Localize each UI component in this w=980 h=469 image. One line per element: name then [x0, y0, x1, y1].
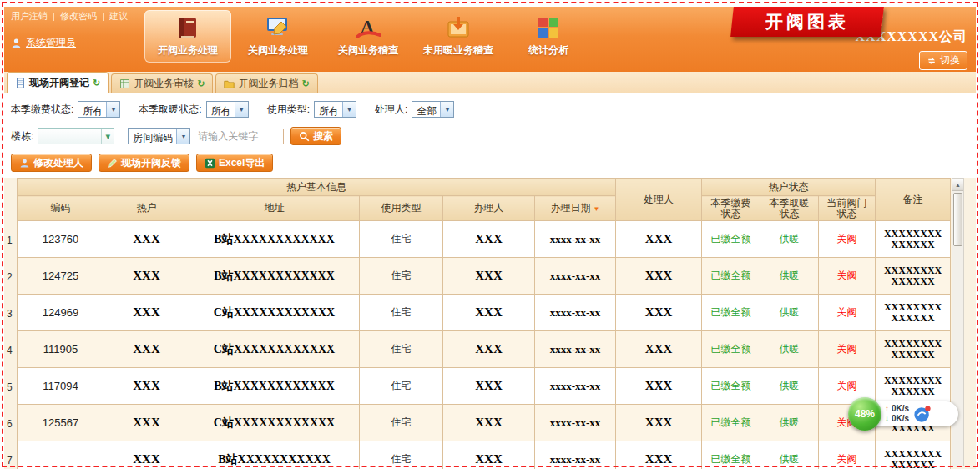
cell-code: [18, 441, 104, 469]
cell-use-type: 住宅: [360, 295, 443, 331]
cell-valve: 关阀: [819, 221, 876, 258]
col-header-handler: 处理人: [616, 179, 702, 221]
cell-heat: 供暖: [760, 295, 819, 331]
scroll-thumb[interactable]: [953, 193, 962, 246]
table-row: 124725XXXB站XXXXXXXXXXXX住宅XXXxxxx-xx-xxXX…: [18, 258, 951, 295]
chevron-down-icon: [235, 102, 248, 117]
chevron-down-icon: [440, 102, 453, 117]
site-feedback-button[interactable]: 现场开阀反馈: [99, 154, 189, 172]
cell-date: xxxx-xx-xx: [535, 368, 616, 405]
excel-export-button[interactable]: Excel导出: [196, 154, 273, 172]
heat-status-select[interactable]: 所有: [206, 101, 249, 118]
folder-icon: [224, 78, 235, 89]
modify-handler-button[interactable]: 修改处理人: [11, 154, 92, 172]
assistant-ball-icon[interactable]: [913, 405, 932, 423]
cell-household: XXX: [104, 258, 189, 295]
ledger-book-icon: [174, 14, 201, 41]
grid-icon: [119, 78, 130, 89]
nav-statistics-analysis[interactable]: 统计分析: [505, 10, 592, 63]
cell-code: 123760: [18, 221, 104, 258]
cell-handler: XXX: [616, 221, 702, 258]
scroll-up-button[interactable]: [952, 179, 963, 191]
ribbon-label: 开阀图表: [765, 10, 849, 33]
font-brush-icon: A: [355, 14, 381, 41]
search-button[interactable]: 搜索: [290, 127, 341, 145]
upload-arrow-icon: [885, 404, 889, 414]
nav-close-valve-processing[interactable]: 关阀业务处理: [235, 10, 321, 63]
switch-button[interactable]: 切换: [919, 51, 967, 70]
search-icon: [299, 131, 310, 142]
tab-refresh-icon[interactable]: [197, 78, 205, 89]
cell-use-type: 住宅: [360, 258, 443, 295]
cell-use-type: 住宅: [360, 405, 443, 441]
cell-code: 117094: [18, 368, 104, 405]
table-row: XXXB站XXXXXXXXXXX住宅XXXxxxx-xx-xxXXX已缴全额供暖…: [18, 441, 951, 469]
logout-link[interactable]: 用户注销: [11, 10, 48, 23]
col-header-date[interactable]: 办理日期: [535, 196, 616, 221]
use-type-select[interactable]: 所有: [314, 101, 356, 118]
chevron-down-icon: [342, 102, 356, 117]
cell-pay: 已缴全额: [702, 221, 760, 258]
nav-close-valve-inspection[interactable]: A 关阀业务稽查: [325, 10, 412, 63]
tab-onsite-open-valve-register[interactable]: 现场开阀登记: [7, 72, 109, 93]
row-number-gutter: 1234567: [4, 178, 17, 469]
handler-select[interactable]: 全部: [412, 101, 454, 118]
progress-percent: 48%: [855, 408, 875, 420]
cell-date: xxxx-xx-xx: [535, 441, 616, 469]
keyword-input[interactable]: [194, 129, 284, 144]
top-links: 用户注销 修改密码 建议: [11, 10, 144, 23]
cell-agent: XXX: [443, 331, 535, 368]
nav-label: 未用暖业务稽查: [423, 43, 493, 58]
button-label: 现场开阀反馈: [121, 156, 181, 170]
col-header-agent: 办理人: [443, 196, 535, 221]
cell-household: XXX: [104, 368, 189, 405]
change-password-link[interactable]: 修改密码: [60, 10, 97, 23]
table-zone: 1234567 热户基本信息 处理人 热户状态 备注 编码: [4, 178, 976, 469]
cell-handler: XXX: [616, 441, 702, 469]
suggestion-link[interactable]: 建议: [109, 10, 128, 23]
col-header-use-type: 使用类型: [360, 196, 443, 221]
cell-date: xxxx-xx-xx: [535, 405, 616, 441]
col-header-pay-status: 本季缴费 状态: [702, 196, 760, 221]
cell-heat: 供暖: [760, 331, 819, 368]
cell-use-type: 住宅: [360, 368, 443, 405]
households-table: 热户基本信息 处理人 热户状态 备注 编码 热户 地址 使用类型 办理人 办理日…: [17, 178, 951, 469]
pay-status-select[interactable]: 所有: [78, 101, 120, 118]
pay-status-value: 所有: [78, 102, 106, 117]
col-header-remark: 备注: [876, 179, 951, 221]
current-user-link[interactable]: 系统管理员: [26, 36, 76, 50]
col-header-valve-status: 当前阀门 状态: [819, 196, 876, 221]
cell-address: B站XXXXXXXXXXXX: [189, 221, 360, 258]
cell-code: 124969: [18, 295, 104, 331]
tab-label: 开阀业务归档: [238, 77, 298, 91]
col-header-heat-status: 本季取暖 状态: [760, 196, 819, 221]
use-type-value: 所有: [315, 102, 342, 117]
download-speed: 0K/s: [892, 414, 909, 424]
cell-valve: 关阀: [819, 258, 876, 295]
row-index: 6: [4, 406, 17, 442]
cell-heat: 供暖: [760, 441, 819, 469]
cell-handler: XXX: [616, 331, 702, 368]
cell-address: C站XXXXXXXXXXXX: [189, 331, 360, 368]
user-row: 系统管理员: [11, 36, 144, 50]
tab-open-valve-audit[interactable]: 开阀业务审核: [111, 73, 213, 93]
col-header-date-label: 办理日期: [551, 202, 591, 214]
nav-open-valve-processing[interactable]: 开阀业务处理: [144, 10, 231, 63]
tab-refresh-icon[interactable]: [301, 78, 309, 89]
building-select[interactable]: [38, 128, 114, 144]
row-index: 3: [4, 295, 17, 332]
cell-household: XXX: [104, 331, 189, 368]
main-nav: 开阀业务处理 关阀业务处理 A 关阀业务稽查 未用暖业务稽查 统计分析: [144, 7, 592, 72]
download-overlay-widget[interactable]: 0K/s 0K/s 48%: [848, 397, 960, 431]
filter-row-status: 本季缴费状态: 所有 本季取暖状态: 所有 使用类型:: [11, 96, 969, 123]
switch-label: 切换: [940, 53, 960, 68]
progress-ball[interactable]: 48%: [848, 397, 881, 431]
cell-household: XXX: [104, 295, 189, 331]
search-field-select[interactable]: 房间编码: [128, 128, 190, 144]
tab-open-valve-archive[interactable]: 开阀业务归档: [215, 73, 317, 93]
cell-remark: XXXXXXXX XXXXXX: [876, 441, 951, 469]
cell-date: xxxx-xx-xx: [535, 258, 616, 295]
tab-refresh-icon[interactable]: [93, 77, 100, 88]
pay-status-label: 本季缴费状态:: [11, 103, 73, 117]
nav-no-heating-inspection[interactable]: 未用暖业务稽查: [415, 10, 502, 63]
